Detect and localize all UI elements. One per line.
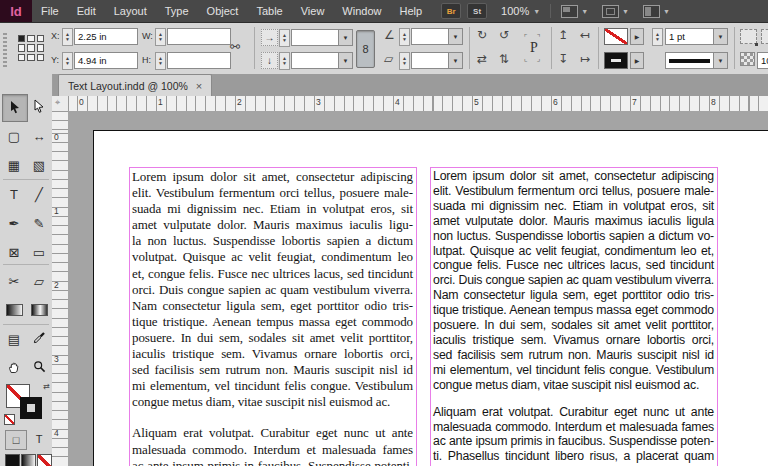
gradient-feather-tool[interactable] — [27, 297, 51, 323]
chevron-down-icon[interactable]: ▼ — [338, 53, 352, 68]
menu-layout[interactable]: Layout — [105, 0, 156, 22]
document-tab[interactable]: Text Layout.indd @ 100% × — [58, 74, 212, 96]
menu-view[interactable]: View — [292, 0, 334, 22]
scale-x-stepper[interactable]: ▲▼ — [279, 29, 290, 47]
chevron-down-icon[interactable]: ▼ — [448, 53, 462, 68]
w-stepper[interactable]: ▲▼ — [155, 28, 166, 46]
flip-horizontal-button[interactable]: ⇄ — [477, 51, 487, 67]
chevron-down-icon[interactable]: ▼ — [713, 53, 727, 68]
scissors-tool[interactable]: ✂ — [2, 268, 26, 294]
direct-selection-tool[interactable] — [27, 94, 51, 120]
fill-flyout-button[interactable]: ▶ — [630, 28, 644, 45]
default-fill-stroke-icon[interactable] — [4, 414, 15, 425]
type-tool[interactable]: T — [2, 181, 26, 207]
reference-point-selector[interactable] — [18, 35, 44, 61]
stroke-weight-dropdown[interactable]: 1 pt▼ — [665, 28, 728, 45]
text-line: posuere. In dui sem, sodales sit amet ve… — [433, 318, 714, 333]
hand-tool[interactable] — [2, 355, 26, 381]
fill-swatch-none[interactable] — [604, 28, 628, 45]
scale-y-input[interactable]: ▼ — [291, 52, 353, 69]
menu-edit[interactable]: Edit — [68, 0, 105, 22]
stroke-black-swatch[interactable] — [20, 397, 42, 419]
y-position-input[interactable]: 4.94 in — [74, 52, 138, 69]
rotate-ccw-button[interactable]: ↺ — [499, 27, 509, 43]
content-collector-tool[interactable]: ▦ — [2, 152, 26, 178]
panel-grip[interactable] — [3, 31, 7, 67]
menu-object[interactable]: Object — [198, 0, 248, 22]
arrange-documents-icon — [643, 5, 660, 18]
x-stepper[interactable]: ▲▼ — [62, 28, 73, 46]
swap-fill-stroke-icon[interactable]: ⇄ — [43, 382, 50, 391]
stock-button[interactable]: St — [467, 3, 487, 19]
stroke-swatch-black[interactable] — [604, 52, 628, 69]
formatting-affects-text-button[interactable]: T — [29, 430, 49, 448]
menu-help[interactable]: Help — [390, 0, 431, 22]
h-stepper[interactable]: ▲▼ — [155, 52, 166, 70]
stroke-weight-stepper[interactable]: ▲▼ — [652, 28, 663, 46]
close-icon[interactable]: × — [196, 81, 202, 91]
rotate-cw-button[interactable]: ↻ — [477, 27, 487, 43]
width-input[interactable] — [167, 28, 231, 45]
free-transform-tool[interactable]: ▱ — [27, 268, 51, 294]
y-stepper[interactable]: ▲▼ — [62, 52, 73, 70]
rotation-angle-input[interactable]: ▼ — [411, 28, 463, 45]
flip-vertical-button[interactable]: ⇅ — [499, 51, 509, 67]
constrain-dimensions-icon[interactable]: ⚯ — [230, 39, 240, 55]
constrain-scale-button[interactable]: 8 — [356, 30, 375, 68]
eyedropper-tool[interactable] — [27, 326, 51, 352]
zoom-tool[interactable] — [27, 355, 51, 381]
select-container-button[interactable]: ↥ — [558, 27, 568, 43]
note-tool[interactable]: ▤ — [2, 326, 26, 352]
x-position-input[interactable]: 2.25 in — [74, 28, 138, 45]
opacity-input[interactable]: 100% — [757, 52, 768, 69]
corner-shape-icon[interactable] — [761, 29, 768, 44]
apply-none-button[interactable] — [37, 454, 52, 466]
chevron-down-icon: ▼ — [533, 8, 540, 15]
menu-table[interactable]: Table — [247, 0, 291, 22]
menu-type[interactable]: Type — [156, 0, 198, 22]
select-next-button[interactable]: ↦ — [580, 51, 590, 67]
fill-stroke-proxy[interactable]: ⇄ — [4, 384, 50, 424]
scale-y-stepper[interactable]: ▲▼ — [279, 52, 290, 70]
text-line: mi elementum, vel tincidunt felis congue… — [132, 378, 413, 394]
shear-angle-input[interactable]: ▼ — [411, 52, 463, 69]
ruler-origin-corner[interactable] — [52, 96, 69, 112]
scale-x-input[interactable]: ▼ — [291, 29, 353, 46]
gap-tool[interactable]: ↔ — [27, 123, 51, 149]
select-content-button[interactable]: ↧ — [558, 51, 568, 67]
zoom-level-dropdown[interactable]: 100% ▼ — [501, 5, 540, 17]
view-options-dropdown[interactable]: ▼ — [561, 5, 588, 18]
arrange-documents-dropdown[interactable]: ▼ — [643, 5, 670, 18]
corner-options-icon[interactable] — [740, 29, 757, 44]
apply-color-button[interactable] — [5, 454, 20, 466]
screen-mode-dropdown[interactable]: ▼ — [602, 5, 629, 18]
selection-tool[interactable] — [2, 94, 28, 122]
chevron-down-icon[interactable]: ▼ — [338, 30, 352, 45]
chevron-down-icon[interactable]: ▼ — [713, 29, 727, 44]
gradient-swatch-tool[interactable] — [2, 297, 26, 323]
line-tool[interactable]: ╱ — [27, 181, 51, 207]
vertical-ruler[interactable]: 01234 — [52, 111, 69, 466]
pen-tool[interactable]: ✒ — [2, 210, 26, 236]
chevron-down-icon[interactable]: ▼ — [448, 29, 462, 44]
height-input[interactable] — [167, 52, 231, 69]
direct-selection-icon — [32, 99, 46, 116]
bridge-button[interactable]: Br — [441, 3, 461, 19]
horizontal-ruler[interactable]: 012345678 — [68, 96, 768, 112]
text-frame-2[interactable]: Lorem ipsum dolor sit amet, consectetur … — [430, 167, 718, 466]
stroke-type-dropdown[interactable]: ▼ — [665, 52, 728, 69]
menu-file[interactable]: File — [32, 0, 68, 22]
content-placer-tool[interactable]: ▧ — [27, 152, 51, 178]
pencil-tool[interactable]: ✎ — [27, 210, 51, 236]
menu-window[interactable]: Window — [333, 0, 390, 22]
shear-stepper[interactable]: ▲▼ — [399, 52, 410, 70]
formatting-affects-container-button[interactable]: □ — [5, 430, 27, 450]
page-tool[interactable]: ▢ — [2, 123, 26, 149]
text-frame-1[interactable]: Lorem ipsum dolor sit amet, consectetur … — [129, 167, 417, 466]
rectangle-tool[interactable]: ▭ — [27, 239, 51, 265]
select-previous-button[interactable]: ↤ — [580, 27, 590, 43]
apply-gradient-button[interactable] — [21, 454, 36, 466]
rectangle-frame-tool[interactable]: ⊠ — [2, 239, 26, 265]
stroke-flyout-button[interactable]: ▶ — [630, 52, 644, 69]
rotation-stepper[interactable]: ▲▼ — [399, 28, 410, 46]
